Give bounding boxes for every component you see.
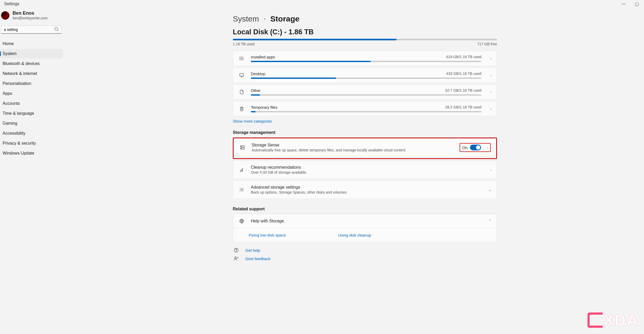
nav-item-home[interactable]: Home: [0, 39, 63, 48]
help-icon: [233, 248, 240, 253]
disk-bar: [233, 39, 497, 40]
svg-rect-4: [240, 73, 244, 76]
avatar: [1, 11, 9, 20]
svg-point-9: [241, 189, 242, 190]
nav: HomeSystemBluetooth & devicesNetwork & i…: [0, 39, 63, 158]
chevron-up-icon: ⌃: [485, 219, 492, 223]
nav-item-time-language[interactable]: Time & language: [0, 109, 63, 118]
nav-item-privacy-security[interactable]: Privacy & security: [0, 139, 63, 148]
titlebar: Settings — ▢: [0, 0, 644, 8]
category-name: Desktop: [251, 72, 265, 76]
xda-logo-icon: [587, 313, 603, 328]
chevron-right-icon: ›: [264, 15, 265, 22]
advanced-storage-row[interactable]: Advanced storage settings Back up option…: [233, 181, 497, 199]
nav-item-system[interactable]: System: [0, 49, 63, 58]
chevron-right-icon: ›: [487, 90, 492, 94]
storage-sense-highlight: Storage Sense Automatically free up spac…: [233, 138, 497, 159]
give-feedback-link[interactable]: Give feedback: [245, 256, 270, 261]
chevron-down-icon: ⌄: [485, 188, 492, 192]
svg-point-3: [240, 59, 240, 60]
nav-item-windows-update[interactable]: Windows Update: [0, 149, 63, 158]
svg-point-13: [235, 257, 236, 259]
chevron-right-icon: ›: [487, 56, 492, 61]
storage-sense-title: Storage Sense: [252, 143, 454, 147]
search-input[interactable]: [1, 25, 62, 34]
profile-name: Ben Enos: [13, 10, 48, 16]
minimize-button[interactable]: —: [621, 1, 626, 7]
nav-item-network-internet[interactable]: Network & internet: [0, 69, 63, 78]
nav-item-bluetooth-devices[interactable]: Bluetooth & devices: [0, 59, 63, 68]
category-bar: [251, 94, 481, 96]
give-feedback-row[interactable]: Give feedback: [233, 256, 497, 261]
advanced-desc: Back up options, Storage Spaces, other d…: [251, 190, 479, 194]
storage-sense-row[interactable]: Storage Sense Automatically free up spac…: [234, 139, 496, 156]
storage-sense-toggle-highlight: On ›: [460, 143, 491, 152]
category-used: 619 GB/1.16 TB used: [446, 55, 481, 59]
category-name: Other: [251, 88, 261, 93]
svg-point-2: [240, 58, 240, 59]
trash-icon: [238, 106, 245, 111]
category-used: 28.2 GB/1.16 TB used: [445, 105, 481, 109]
disk-title: Local Disk (C:) - 1.86 TB: [233, 28, 497, 36]
show-more-categories-link[interactable]: Show more categories: [233, 119, 497, 123]
disk-free-label: 717 GB free: [477, 42, 497, 46]
feedback-icon: [233, 256, 240, 261]
get-help-row[interactable]: Get help: [233, 248, 497, 253]
storage-management-heading: Storage management: [233, 130, 497, 135]
svg-point-7: [241, 146, 241, 146]
category-bar: [251, 61, 481, 62]
chevron-right-icon: ›: [487, 73, 492, 77]
nav-item-personalisation[interactable]: Personalisation: [0, 79, 63, 88]
category-name: Temporary files: [251, 105, 278, 109]
svg-point-1: [240, 57, 240, 57]
category-used: 52.7 GB/1.16 TB used: [445, 88, 481, 93]
storage-sense-desc: Automatically free up space, delete temp…: [252, 148, 454, 152]
category-other[interactable]: Other 52.7 GB/1.16 TB used ›: [233, 85, 497, 99]
using-disk-cleanup-link[interactable]: Using disk cleanup: [338, 233, 371, 237]
category-bar: [251, 111, 481, 112]
advanced-title: Advanced storage settings: [251, 185, 479, 190]
get-help-link[interactable]: Get help: [245, 248, 260, 253]
cleanup-recommendations-row[interactable]: Cleanup recommendations Over 5.00 GB of …: [233, 161, 497, 179]
monitor-icon: [238, 73, 245, 78]
sidebar: Ben Enos ben@writeywrite.com HomeSystemB…: [0, 8, 65, 334]
broom-icon: [238, 167, 245, 172]
nav-item-accessibility[interactable]: Accessibility: [0, 129, 63, 138]
nav-item-gaming[interactable]: Gaming: [0, 119, 63, 128]
maximize-button[interactable]: ▢: [634, 1, 639, 7]
breadcrumb: System › Storage: [233, 14, 497, 23]
fixing-low-disk-link[interactable]: Fixing low disk space: [249, 233, 286, 237]
main: System › Storage Local Disk (C:) - 1.86 …: [65, 8, 644, 334]
chevron-right-icon: ›: [487, 107, 492, 111]
cleanup-title: Cleanup recommendations: [251, 165, 481, 170]
svg-point-12: [236, 251, 236, 251]
category-used: 433 GB/1.16 TB used: [446, 72, 481, 76]
category-temporary files[interactable]: Temporary files 28.2 GB/1.16 TB used ›: [233, 101, 497, 116]
toggle-state-label: On: [462, 145, 467, 150]
help-with-storage-row[interactable]: Help with Storage ⌃: [233, 214, 497, 228]
related-support-heading: Related support: [233, 207, 497, 211]
profile-email: ben@writeywrite.com: [13, 16, 48, 20]
storage-sense-toggle[interactable]: [470, 145, 481, 150]
breadcrumb-current: Storage: [270, 14, 300, 23]
svg-point-0: [55, 27, 58, 30]
chevron-right-icon: ›: [484, 145, 488, 150]
nav-item-apps[interactable]: Apps: [0, 89, 63, 98]
profile[interactable]: Ben Enos ben@writeywrite.com: [0, 8, 63, 25]
category-bar: [251, 78, 481, 79]
category-installed apps[interactable]: Installed apps 619 GB/1.16 TB used ›: [233, 51, 497, 66]
storage-sense-icon: [239, 145, 246, 150]
category-name: Installed apps: [251, 55, 275, 59]
globe-icon: [238, 218, 245, 224]
disk-used-label: 1.16 TB used: [233, 42, 255, 46]
breadcrumb-parent[interactable]: System: [233, 14, 259, 23]
list-icon: [238, 56, 245, 61]
nav-item-accounts[interactable]: Accounts: [0, 99, 63, 108]
search-icon: [54, 26, 59, 33]
watermark: XDA: [587, 311, 639, 329]
chevron-right-icon: ›: [487, 168, 492, 172]
svg-point-8: [241, 149, 241, 149]
search-box[interactable]: [1, 25, 62, 34]
category-desktop[interactable]: Desktop 433 GB/1.16 TB used ›: [233, 68, 497, 83]
file-icon: [238, 89, 245, 95]
